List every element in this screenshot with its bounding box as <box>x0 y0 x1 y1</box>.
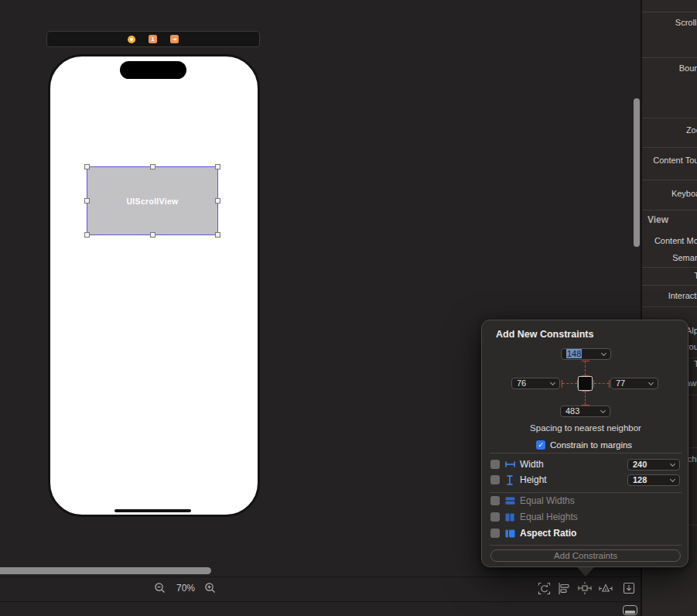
resize-handle-nw[interactable] <box>84 164 90 169</box>
inspector-label-zoom: Zoom <box>686 125 697 135</box>
inspector-label-scrolling: Scrolling <box>675 18 697 27</box>
inspector-label-interaction: Interaction <box>668 291 697 300</box>
top-constraint-connector[interactable] <box>585 361 586 375</box>
left-constraint-connector[interactable] <box>562 383 577 384</box>
top-spacing-field[interactable]: 148 <box>561 348 611 360</box>
resize-handle-ne[interactable] <box>215 164 220 169</box>
inspector-label-keyboard: Keyboard <box>671 189 697 198</box>
popover-arrow <box>577 567 594 577</box>
add-constraints-button[interactable] <box>578 581 592 595</box>
aspect-ratio-label: Aspect Ratio <box>520 528 576 539</box>
align-button[interactable] <box>557 581 571 595</box>
inspector-label-tag: Tag <box>694 271 697 280</box>
width-checkbox[interactable] <box>490 460 500 469</box>
aspect-ratio-row: Aspect Ratio <box>490 528 576 539</box>
inspector-section-view: View <box>647 214 668 225</box>
bottom-bar-divider <box>0 577 641 577</box>
width-value-field[interactable]: 240 <box>627 459 680 471</box>
constrain-to-margins-label: Constrain to margins <box>550 440 632 450</box>
resize-handle-se[interactable] <box>215 232 220 238</box>
iphone-preview[interactable] <box>48 54 260 517</box>
spacing-caption: Spacing to nearest neighbor <box>482 423 689 433</box>
constraint-anchor-square <box>578 376 593 391</box>
popover-title: Add New Constraints <box>496 329 593 340</box>
resolve-issues-icon <box>599 583 613 594</box>
width-row: Width <box>490 459 544 470</box>
resize-handle-w[interactable] <box>84 198 90 204</box>
align-icon <box>558 583 570 594</box>
aspect-ratio-checkbox[interactable] <box>490 529 500 538</box>
equal-widths-checkbox[interactable] <box>490 496 500 505</box>
zoom-out-button[interactable] <box>153 581 167 595</box>
xcode-interface-builder: 1 ⇥ UIScrollView <box>0 0 697 616</box>
add-new-constraints-popover: Add New Constraints 148 76 77 483 Spacin… <box>481 320 688 567</box>
uiscrollview-element[interactable]: UIScrollView <box>87 166 218 235</box>
update-frames-icon <box>538 582 551 595</box>
status-bar-divider <box>0 601 641 602</box>
home-indicator <box>114 509 191 512</box>
left-spacing-field[interactable]: 76 <box>511 378 560 389</box>
chevron-down-icon <box>601 351 606 356</box>
equal-heights-icon <box>504 512 515 522</box>
inspector-label-bounce: Bounce <box>679 63 697 73</box>
bottom-spacing-field[interactable]: 483 <box>560 406 610 417</box>
first-responder-icon[interactable]: 1 <box>149 35 157 43</box>
zoom-in-button[interactable] <box>203 581 217 595</box>
inspector-label-content-touch: Content Touch <box>653 156 697 165</box>
inspector-label-semantic: Semantic <box>672 253 697 262</box>
add-constraints-icon <box>578 582 592 594</box>
right-constraint-connector[interactable] <box>594 383 609 384</box>
chevron-down-icon <box>670 477 675 482</box>
scene-dock: 1 ⇥ <box>46 31 260 47</box>
exit-segue-icon[interactable]: ⇥ <box>170 35 179 43</box>
resize-handle-sw[interactable] <box>84 232 90 238</box>
height-row: Height <box>490 474 547 485</box>
equal-widths-icon <box>504 496 515 506</box>
horizontal-scrollbar[interactable] <box>0 567 211 574</box>
right-spacing-field[interactable]: 77 <box>610 378 658 389</box>
height-checkbox[interactable] <box>490 475 500 484</box>
equal-heights-label: Equal Heights <box>520 512 578 522</box>
aspect-ratio-icon <box>504 529 515 539</box>
vertical-scrollbar[interactable] <box>634 98 640 247</box>
equal-heights-row: Equal Heights <box>490 512 578 522</box>
update-frames-button[interactable] <box>537 581 551 595</box>
resize-handle-n[interactable] <box>150 164 155 169</box>
uiscrollview-label: UIScrollView <box>126 197 178 206</box>
width-icon <box>504 460 515 470</box>
dynamic-island <box>120 61 186 79</box>
bottom-constraint-connector[interactable] <box>585 392 586 405</box>
chevron-down-icon <box>600 408 606 413</box>
width-label: Width <box>520 459 544 470</box>
zoom-out-icon <box>154 582 166 594</box>
constrain-to-margins-row: ✓ Constrain to margins <box>536 440 632 450</box>
inspector-label-tint: Tint <box>694 359 697 368</box>
device-bezel-toggle[interactable] <box>623 605 637 615</box>
equal-heights-checkbox[interactable] <box>490 512 500 522</box>
resize-handle-s[interactable] <box>150 232 155 238</box>
resize-handle-e[interactable] <box>215 198 220 204</box>
height-label: Height <box>520 474 547 485</box>
view-controller-icon[interactable] <box>128 36 135 43</box>
zoom-level[interactable]: 70% <box>172 583 200 594</box>
chevron-down-icon <box>648 380 654 385</box>
zoom-in-icon <box>204 582 217 594</box>
height-value-field[interactable]: 128 <box>627 474 680 486</box>
add-constraints-confirm-button[interactable]: Add Constraints <box>490 549 681 562</box>
height-icon <box>504 475 515 485</box>
chevron-down-icon <box>550 380 555 385</box>
inspector-label-content-mode: Content Mode <box>654 236 697 245</box>
chevron-down-icon <box>670 461 675 467</box>
equal-widths-label: Equal Widths <box>520 495 575 506</box>
equal-widths-row: Equal Widths <box>490 495 575 506</box>
resolve-issues-button[interactable] <box>599 581 613 595</box>
embed-button[interactable] <box>622 581 636 595</box>
embed-icon <box>623 582 635 594</box>
constrain-to-margins-checkbox[interactable]: ✓ <box>536 440 545 450</box>
